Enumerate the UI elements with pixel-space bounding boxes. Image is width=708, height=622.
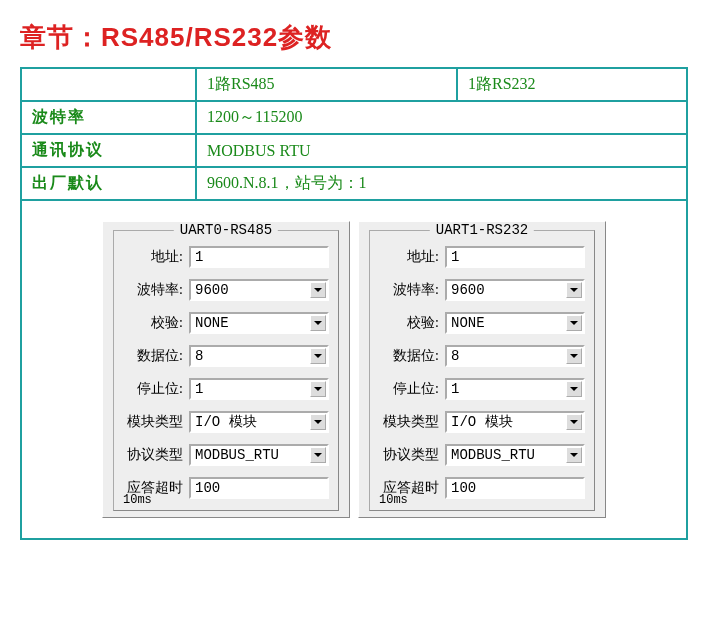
- uart0-stopbits-label: 停止位:: [121, 380, 189, 398]
- cell-default-val: 9600.N.8.1，站号为：1: [196, 167, 687, 200]
- chevron-down-icon[interactable]: [310, 414, 326, 430]
- chevron-down-icon[interactable]: [566, 447, 582, 463]
- chevron-down-icon[interactable]: [566, 282, 582, 298]
- uart0-timeout-input[interactable]: 100: [189, 477, 329, 499]
- uart1-timeout-input[interactable]: 100: [445, 477, 585, 499]
- uart1-addr-input[interactable]: 1: [445, 246, 585, 268]
- uart1-parity-label: 校验:: [377, 314, 445, 332]
- chevron-down-icon[interactable]: [310, 447, 326, 463]
- uart0-parity-select[interactable]: NONE: [189, 312, 329, 334]
- uart0-databits-label: 数据位:: [121, 347, 189, 365]
- table-row: 出厂默认 9600.N.8.1，站号为：1: [21, 167, 687, 200]
- chevron-down-icon[interactable]: [566, 414, 582, 430]
- uart1-legend: UART1-RS232: [430, 222, 534, 238]
- cell-baud-label: 波特率: [21, 101, 196, 134]
- table-row: 1路RS485 1路RS232: [21, 68, 687, 101]
- uart0-panel: UART0-RS485 地址: 1 波特率: 9600 校验: NONE 数据位…: [102, 221, 350, 518]
- uart1-prototype-select[interactable]: MODBUS_RTU: [445, 444, 585, 466]
- section-title: 章节：RS485/RS232参数: [20, 20, 688, 55]
- uart1-addr-label: 地址:: [377, 248, 445, 266]
- uart1-modtype-select[interactable]: I/O 模块: [445, 411, 585, 433]
- chevron-down-icon[interactable]: [566, 348, 582, 364]
- uart1-panel: UART1-RS232 地址: 1 波特率: 9600 校验: NONE 数据位…: [358, 221, 606, 518]
- uart1-databits-label: 数据位:: [377, 347, 445, 365]
- uart0-baud-label: 波特率:: [121, 281, 189, 299]
- chevron-down-icon[interactable]: [566, 381, 582, 397]
- uart0-addr-input[interactable]: 1: [189, 246, 329, 268]
- chevron-down-icon[interactable]: [310, 315, 326, 331]
- uart1-baud-label: 波特率:: [377, 281, 445, 299]
- uart0-parity-label: 校验:: [121, 314, 189, 332]
- table-row: 通讯协议 MODBUS RTU: [21, 134, 687, 167]
- spec-table: 1路RS485 1路RS232 波特率 1200～115200 通讯协议 MOD…: [20, 67, 688, 201]
- chevron-down-icon[interactable]: [566, 315, 582, 331]
- table-row: 波特率 1200～115200: [21, 101, 687, 134]
- uart0-prototype-label: 协议类型: [121, 446, 189, 464]
- uart1-stopbits-label: 停止位:: [377, 380, 445, 398]
- cell-baud-val: 1200～115200: [196, 101, 687, 134]
- cell-rs485: 1路RS485: [196, 68, 457, 101]
- config-panels-container: UART0-RS485 地址: 1 波特率: 9600 校验: NONE 数据位…: [20, 201, 688, 540]
- uart1-parity-select[interactable]: NONE: [445, 312, 585, 334]
- uart0-prototype-select[interactable]: MODBUS_RTU: [189, 444, 329, 466]
- uart1-modtype-label: 模块类型: [377, 413, 445, 431]
- uart0-databits-select[interactable]: 8: [189, 345, 329, 367]
- uart0-stopbits-select[interactable]: 1: [189, 378, 329, 400]
- cell-empty: [21, 68, 196, 101]
- uart1-stopbits-select[interactable]: 1: [445, 378, 585, 400]
- cell-default-label: 出厂默认: [21, 167, 196, 200]
- chevron-down-icon[interactable]: [310, 282, 326, 298]
- cell-rs232: 1路RS232: [457, 68, 687, 101]
- uart0-modtype-label: 模块类型: [121, 413, 189, 431]
- uart1-prototype-label: 协议类型: [377, 446, 445, 464]
- cell-proto-val: MODBUS RTU: [196, 134, 687, 167]
- uart0-modtype-select[interactable]: I/O 模块: [189, 411, 329, 433]
- uart1-databits-select[interactable]: 8: [445, 345, 585, 367]
- chevron-down-icon[interactable]: [310, 348, 326, 364]
- uart1-baud-select[interactable]: 9600: [445, 279, 585, 301]
- uart0-baud-select[interactable]: 9600: [189, 279, 329, 301]
- uart0-legend: UART0-RS485: [174, 222, 278, 238]
- uart0-addr-label: 地址:: [121, 248, 189, 266]
- cell-proto-label: 通讯协议: [21, 134, 196, 167]
- chevron-down-icon[interactable]: [310, 381, 326, 397]
